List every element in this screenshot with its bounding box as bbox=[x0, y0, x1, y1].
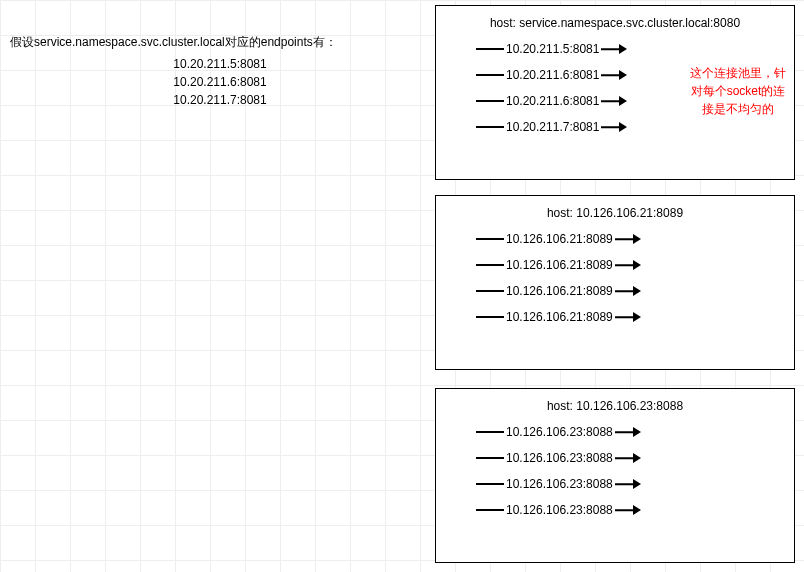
connection-endpoint: 10.126.106.23:8088 bbox=[504, 477, 615, 491]
arrow-right-icon bbox=[615, 259, 643, 271]
arrow-right-icon bbox=[615, 311, 643, 323]
endpoint-item: 10.20.211.6:8081 bbox=[30, 73, 410, 91]
line-segment-icon bbox=[476, 316, 504, 318]
connection-row: 10.20.211.5:8081 bbox=[476, 42, 794, 56]
connection-row: 10.126.106.23:8088 bbox=[476, 451, 794, 465]
endpoint-item: 10.20.211.7:8081 bbox=[30, 91, 410, 109]
arrow-right-icon bbox=[615, 478, 643, 490]
line-segment-icon bbox=[476, 457, 504, 459]
connection-row: 10.126.106.21:8089 bbox=[476, 232, 794, 246]
line-segment-icon bbox=[476, 100, 504, 102]
arrow-right-icon bbox=[601, 69, 629, 81]
connection-row: 10.126.106.21:8089 bbox=[476, 310, 794, 324]
pool-box-2: host: 10.126.106.21:8089 10.126.106.21:8… bbox=[435, 195, 795, 370]
arrow-right-icon bbox=[615, 452, 643, 464]
connection-endpoint: 10.126.106.23:8088 bbox=[504, 451, 615, 465]
connection-row: 10.126.106.23:8088 bbox=[476, 477, 794, 491]
endpoint-item: 10.20.211.5:8081 bbox=[30, 55, 410, 73]
line-segment-icon bbox=[476, 264, 504, 266]
connection-endpoint: 10.126.106.21:8089 bbox=[504, 232, 615, 246]
connection-row: 10.126.106.23:8088 bbox=[476, 503, 794, 517]
arrow-right-icon bbox=[601, 43, 629, 55]
connection-endpoint: 10.126.106.23:8088 bbox=[504, 503, 615, 517]
connection-row: 10.126.106.23:8088 bbox=[476, 425, 794, 439]
connection-row: 10.126.106.21:8089 bbox=[476, 258, 794, 272]
arrow-right-icon bbox=[601, 95, 629, 107]
connection-endpoint: 10.20.211.6:8081 bbox=[504, 94, 601, 108]
connection-endpoint: 10.20.211.7:8081 bbox=[504, 120, 601, 134]
line-segment-icon bbox=[476, 431, 504, 433]
uneven-connections-note: 这个连接池里，针对每个socket的连接是不均匀的 bbox=[690, 64, 786, 118]
line-segment-icon bbox=[476, 509, 504, 511]
pool-box-3: host: 10.126.106.23:8088 10.126.106.23:8… bbox=[435, 388, 795, 563]
endpoint-list: 10.20.211.5:8081 10.20.211.6:8081 10.20.… bbox=[10, 55, 410, 109]
line-segment-icon bbox=[476, 238, 504, 240]
connection-rows: 10.126.106.21:8089 10.126.106.21:8089 10… bbox=[436, 226, 794, 324]
line-segment-icon bbox=[476, 74, 504, 76]
assumption-title: 假设service.namespace.svc.cluster.local对应的… bbox=[10, 34, 410, 51]
line-segment-icon bbox=[476, 290, 504, 292]
arrow-right-icon bbox=[615, 285, 643, 297]
arrow-right-icon bbox=[615, 504, 643, 516]
pool-host-label: host: 10.126.106.23:8088 bbox=[436, 389, 794, 419]
line-segment-icon bbox=[476, 48, 504, 50]
connection-endpoint: 10.126.106.23:8088 bbox=[504, 425, 615, 439]
pool-host-label: host: service.namespace.svc.cluster.loca… bbox=[436, 6, 794, 36]
connection-endpoint: 10.126.106.21:8089 bbox=[504, 310, 615, 324]
line-segment-icon bbox=[476, 483, 504, 485]
connection-endpoint: 10.126.106.21:8089 bbox=[504, 284, 615, 298]
assumption-block: 假设service.namespace.svc.cluster.local对应的… bbox=[10, 34, 410, 109]
pool-host-label: host: 10.126.106.21:8089 bbox=[436, 196, 794, 226]
connection-rows: 10.126.106.23:8088 10.126.106.23:8088 10… bbox=[436, 419, 794, 517]
connection-row: 10.126.106.21:8089 bbox=[476, 284, 794, 298]
pool-box-1: host: service.namespace.svc.cluster.loca… bbox=[435, 5, 795, 180]
connection-endpoint: 10.20.211.6:8081 bbox=[504, 68, 601, 82]
connection-row: 10.20.211.7:8081 bbox=[476, 120, 794, 134]
arrow-right-icon bbox=[615, 233, 643, 245]
line-segment-icon bbox=[476, 126, 504, 128]
connection-endpoint: 10.126.106.21:8089 bbox=[504, 258, 615, 272]
connection-endpoint: 10.20.211.5:8081 bbox=[504, 42, 601, 56]
arrow-right-icon bbox=[601, 121, 629, 133]
arrow-right-icon bbox=[615, 426, 643, 438]
